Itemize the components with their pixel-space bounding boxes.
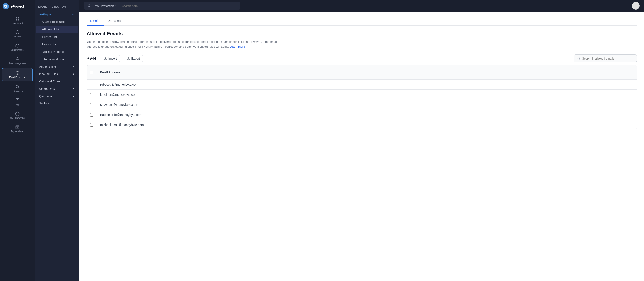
svg-rect-9 — [17, 46, 18, 48]
row-4-checkbox[interactable] — [90, 113, 94, 117]
sidebar-item-domains-label: Domains — [13, 35, 22, 38]
table-header: Email Address — [87, 65, 636, 80]
main-area: Email Protection Emails Domains Allowed … — [80, 0, 644, 281]
sub-sidebar-section-title: EMAIL PROTECTION — [35, 4, 80, 11]
svg-point-1 — [5, 6, 6, 7]
sidebar-item-logs-label: Logs — [15, 103, 20, 106]
sidebar-item-logs[interactable]: Logs — [2, 96, 33, 108]
sub-sidebar: EMAIL PROTECTION Anti-spam Spam Processi… — [35, 0, 80, 281]
sub-nav-item-international-spam[interactable]: International Spam — [36, 56, 78, 63]
row-5-checkbox[interactable] — [90, 123, 94, 127]
row-3-checkbox[interactable] — [90, 103, 94, 107]
sub-nav-item-outbound-rules-label: Outbound Rules — [39, 80, 60, 83]
svg-rect-5 — [18, 19, 19, 21]
svg-rect-2 — [16, 17, 17, 19]
sidebar-item-dashboard-label: Dashboard — [12, 22, 23, 25]
table-row: janejhon@moneybyte.com — [87, 90, 636, 100]
sub-nav-item-blocked-list[interactable]: Blocked List — [36, 41, 78, 48]
sub-nav-item-outbound-rules[interactable]: Outbound Rules — [36, 78, 78, 85]
sub-nav-item-anti-phishing-label: Anti-phishing — [39, 65, 56, 68]
header-checkbox-cell — [87, 68, 96, 77]
sidebar-item-user-management[interactable]: User Management — [2, 55, 33, 67]
row-2-checkbox[interactable] — [90, 93, 94, 96]
table-row: michael.scott@moneybyte.com — [87, 120, 636, 130]
sidebar-item-domains[interactable]: Domains — [2, 28, 33, 40]
sidebar-item-email-protection[interactable]: Email Protection — [2, 68, 33, 81]
sidebar-item-ediscovery-label: eDiscovery — [12, 90, 23, 93]
user-avatar[interactable] — [632, 2, 640, 10]
svg-line-20 — [90, 7, 91, 8]
row-1-checkbox[interactable] — [90, 83, 94, 86]
table-row: shawn.m@moneybyte.com — [87, 100, 636, 110]
sub-nav-item-quarantine[interactable]: Quarantine — [36, 92, 78, 100]
sub-nav-item-spam-processing[interactable]: Spam Processing — [36, 18, 78, 26]
export-button[interactable]: Export — [124, 55, 143, 62]
row-3-checkbox-cell — [87, 100, 96, 110]
sidebar-item-my-earchive[interactable]: My eArchive — [2, 123, 33, 135]
sub-nav-item-anti-phishing[interactable]: Anti-phishing — [36, 63, 78, 70]
sub-nav-item-anti-spam-label: Anti-spam — [39, 13, 54, 16]
allowed-search-box — [574, 54, 637, 62]
sub-nav-item-trusted-list-label: Trusted List — [42, 35, 57, 39]
sub-nav-item-settings-label: Settings — [39, 102, 50, 105]
sub-nav-item-blocked-patterns-label: Blocked Patterns — [42, 50, 64, 54]
tab-domains[interactable]: Domains — [104, 17, 124, 26]
chevron-right-icon-4 — [72, 95, 75, 98]
sub-nav-item-allowed-list[interactable]: Allowed List — [36, 26, 78, 33]
svg-line-12 — [18, 88, 19, 89]
search-input[interactable] — [122, 4, 237, 8]
sidebar: eProtect Dashboard Domains Organization … — [0, 0, 35, 281]
row-2-checkbox-cell — [87, 90, 96, 100]
svg-point-19 — [88, 5, 90, 7]
add-button[interactable]: + Add — [86, 55, 97, 62]
select-all-checkbox[interactable] — [90, 71, 94, 74]
svg-rect-17 — [16, 126, 19, 126]
sidebar-item-ediscovery[interactable]: eDiscovery — [2, 82, 33, 95]
page-description: You can choose to allow certain email ad… — [86, 39, 288, 49]
sub-nav-item-blocked-list-label: Blocked List — [42, 43, 58, 46]
table-row: ruebenlorde@moneybyte.com — [87, 110, 636, 120]
search-scope-selector[interactable]: Email Protection — [93, 4, 120, 8]
sub-nav-item-settings[interactable]: Settings — [36, 100, 78, 107]
sidebar-item-organization-label: Organization — [11, 49, 24, 52]
learn-more-link[interactable]: Learn more — [230, 45, 245, 48]
row-4-checkbox-cell — [87, 110, 96, 120]
tab-emails[interactable]: Emails — [86, 17, 104, 26]
toolbar-left: + Add Import Export — [86, 55, 143, 62]
row-4-email: ruebenlorde@moneybyte.com — [96, 110, 636, 120]
sidebar-item-email-protection-label: Email Protection — [9, 76, 26, 79]
row-3-email: shawn.m@moneybyte.com — [96, 100, 636, 110]
sub-nav-item-anti-spam[interactable]: Anti-spam — [36, 11, 78, 18]
import-button[interactable]: Import — [100, 55, 120, 62]
sidebar-item-my-earchive-label: My eArchive — [11, 130, 24, 133]
svg-point-23 — [578, 58, 580, 59]
allowed-emails-table: Email Address rebecca.j@moneybyte.com ja… — [86, 65, 637, 130]
topbar-search-container: Email Protection — [84, 2, 240, 10]
sub-nav-item-blocked-patterns[interactable]: Blocked Patterns — [36, 48, 78, 56]
sub-nav-item-spam-processing-label: Spam Processing — [42, 20, 64, 24]
sidebar-item-dashboard[interactable]: Dashboard — [2, 14, 33, 27]
row-1-checkbox-cell — [87, 80, 96, 90]
row-5-email: michael.scott@moneybyte.com — [96, 120, 636, 130]
chevron-right-icon-3 — [72, 87, 75, 90]
logo[interactable]: eProtect — [0, 0, 35, 13]
sidebar-nav: Dashboard Domains Organization User Mana… — [0, 13, 35, 137]
sub-nav-item-inbound-rules[interactable]: Inbound Rules — [36, 70, 78, 78]
svg-rect-4 — [16, 19, 17, 21]
allowed-search-input[interactable] — [582, 57, 634, 60]
sidebar-item-user-management-label: User Management — [8, 62, 26, 65]
sub-nav-item-smart-alerts[interactable]: Smart Alerts — [36, 85, 78, 92]
svg-rect-3 — [18, 17, 19, 19]
toolbar: + Add Import Export — [86, 54, 637, 62]
row-2-email: janejhon@moneybyte.com — [96, 90, 636, 100]
sidebar-item-my-quarantine[interactable]: My Quarantine — [2, 109, 33, 122]
svg-line-24 — [580, 59, 580, 60]
sub-nav-item-quarantine-label: Quarantine — [39, 94, 54, 98]
row-1-email: rebecca.j@moneybyte.com — [96, 80, 636, 90]
topbar: Email Protection — [80, 0, 644, 12]
logo-text: eProtect — [11, 5, 24, 8]
sub-nav-item-trusted-list[interactable]: Trusted List — [36, 33, 78, 41]
sidebar-item-organization[interactable]: Organization — [2, 41, 33, 54]
sub-nav-item-allowed-list-label: Allowed List — [42, 28, 59, 31]
chevron-down-icon — [72, 13, 75, 16]
